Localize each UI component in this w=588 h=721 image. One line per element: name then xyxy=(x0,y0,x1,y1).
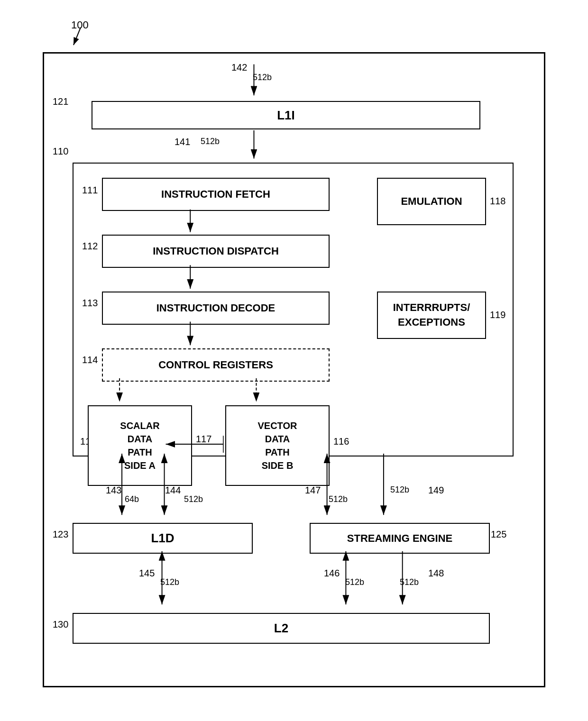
scalar-data-path-box: SCALARDATAPATHSIDE A xyxy=(88,405,192,486)
ref-142: 142 xyxy=(231,62,247,73)
instruction-decode-box: INSTRUCTION DECODE xyxy=(102,292,330,325)
l1i-label: L1I xyxy=(277,108,295,123)
cpu-box: 111 INSTRUCTION FETCH 112 INSTRUCTION DI… xyxy=(73,163,514,456)
l2-box: L2 xyxy=(73,613,490,644)
ref-123: 123 xyxy=(53,529,68,540)
ref-125: 125 xyxy=(491,529,506,540)
ref-147: 147 xyxy=(305,485,321,496)
l1i-box: L1I xyxy=(92,101,480,129)
bus-512b-7-a: 512b xyxy=(345,577,364,587)
ref-146: 146 xyxy=(324,568,340,579)
bus-512b-3: 512b xyxy=(184,494,203,504)
scalar-label: SCALARDATAPATHSIDE A xyxy=(120,419,159,472)
control-registers-label: CONTROL REGISTERS xyxy=(158,359,273,371)
ref-149: 149 xyxy=(428,485,444,496)
bus-512b-7-b: 512b xyxy=(400,577,419,587)
emulation-label: EMULATION xyxy=(401,195,462,208)
outer-box: 142 512b 121 L1I 141 512b 110 111 INSTRU… xyxy=(43,52,545,687)
ref-100: 100 xyxy=(71,19,89,31)
l1d-box: L1D xyxy=(73,523,253,554)
ref-145: 145 xyxy=(139,568,155,579)
l2-label: L2 xyxy=(274,621,288,636)
instruction-dispatch-label: INSTRUCTION DISPATCH xyxy=(153,245,279,257)
instruction-dispatch-box: INSTRUCTION DISPATCH xyxy=(102,235,330,268)
instruction-fetch-box: INSTRUCTION FETCH xyxy=(102,178,330,211)
ref-130: 130 xyxy=(53,619,68,630)
ref-119: 119 xyxy=(490,310,505,320)
interrupts-box: INTERRRUPTS/EXCEPTIONS xyxy=(377,292,486,339)
interrupts-label: INTERRRUPTS/EXCEPTIONS xyxy=(393,301,470,330)
ref-116: 116 xyxy=(333,436,349,447)
ref-113: 113 xyxy=(82,298,98,309)
bus-512b-5: 512b xyxy=(390,485,409,495)
bus-512b-4: 512b xyxy=(329,494,348,504)
bus-64b: 64b xyxy=(125,494,139,504)
instruction-fetch-label: INSTRUCTION FETCH xyxy=(161,188,270,201)
ref-121: 121 xyxy=(53,96,68,107)
streaming-engine-box: STREAMING ENGINE xyxy=(310,523,490,554)
bus-512b-2: 512b xyxy=(201,137,220,146)
bus-512b-6: 512b xyxy=(160,577,179,587)
ref-118: 118 xyxy=(490,196,505,207)
ref-148: 148 xyxy=(428,568,444,579)
control-registers-box: CONTROL REGISTERS xyxy=(102,348,330,382)
ref-111: 111 xyxy=(82,185,98,196)
ref-141: 141 xyxy=(175,137,190,147)
streaming-engine-label: STREAMING ENGINE xyxy=(347,532,452,545)
ref-117: 117 xyxy=(196,434,211,445)
instruction-decode-label: INSTRUCTION DECODE xyxy=(156,302,276,314)
ref-144: 144 xyxy=(165,485,181,496)
diagram: 100 142 512b 121 L1I 141 512b 110 111 IN… xyxy=(28,19,560,702)
vector-data-path-box: VECTORDATAPATHSIDE B xyxy=(225,405,330,486)
ref-143: 143 xyxy=(106,485,121,496)
l1d-label: L1D xyxy=(151,531,174,546)
ref-112: 112 xyxy=(82,241,98,252)
ref-114: 114 xyxy=(82,355,98,365)
bus-512b-top: 512b xyxy=(253,73,272,82)
ref-110: 110 xyxy=(53,146,68,157)
vector-label: VECTORDATAPATHSIDE B xyxy=(258,419,297,472)
emulation-box: EMULATION xyxy=(377,178,486,225)
